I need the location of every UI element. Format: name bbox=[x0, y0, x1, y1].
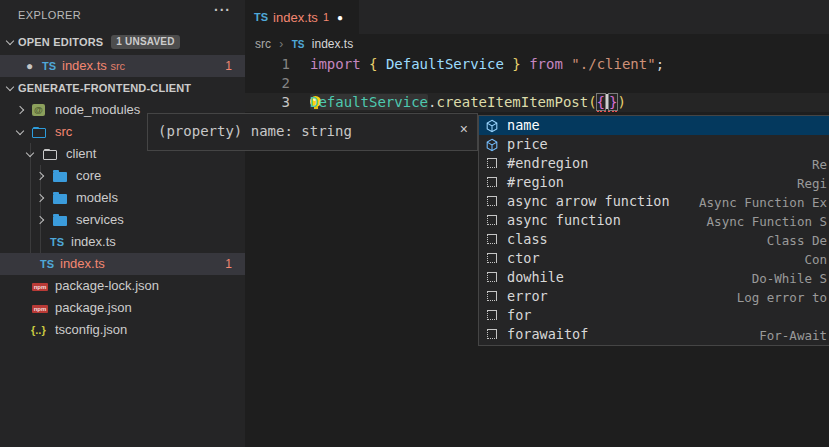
open-editor-item-index-ts[interactable]: ● TS index.ts src 1 bbox=[0, 55, 245, 77]
snippet-icon bbox=[487, 234, 497, 244]
suggestion-region[interactable]: #region Regi bbox=[479, 173, 829, 192]
suggestion-ctor[interactable]: ctor Con bbox=[479, 249, 829, 268]
code-line-3[interactable]: DefaultService.createItemItemPost({}) bbox=[310, 93, 626, 112]
token-close-brace: } bbox=[504, 56, 529, 72]
chevron-right-icon[interactable] bbox=[36, 216, 44, 224]
suggestion-forawaitof[interactable]: forawaitof For-Await bbox=[479, 325, 829, 344]
token-import: import bbox=[310, 56, 369, 72]
error-squiggle: {} bbox=[597, 94, 618, 112]
explorer-title: EXPLORER bbox=[18, 9, 81, 21]
token-default-service: DefaultService bbox=[386, 56, 504, 72]
open-editor-filename: index.ts src bbox=[62, 55, 125, 77]
open-editor-filepath: src bbox=[110, 60, 125, 72]
tree-item-client-index-ts[interactable]: TS index.ts bbox=[0, 231, 245, 253]
typescript-file-icon: TS bbox=[40, 253, 54, 275]
folder-icon bbox=[53, 172, 67, 182]
tree-item-package-lock-json[interactable]: npm package-lock.json bbox=[0, 275, 245, 297]
folder-icon bbox=[53, 216, 67, 226]
hover-tooltip: (property) name: string × bbox=[147, 113, 478, 151]
snippet-icon bbox=[487, 215, 497, 225]
token-default-service: DefaultService bbox=[310, 94, 428, 110]
json-braces-icon: {..} bbox=[31, 319, 46, 341]
chevron-down-icon[interactable] bbox=[26, 149, 34, 157]
line-number-2: 2 bbox=[245, 74, 290, 93]
suggestion-for[interactable]: for bbox=[479, 306, 829, 325]
node-modules-folder-icon: @ bbox=[32, 104, 45, 116]
chevron-right-icon[interactable] bbox=[36, 172, 44, 180]
open-editors-section[interactable]: OPEN EDITORS1 UNSAVED bbox=[0, 31, 245, 53]
code-line-1[interactable]: import { DefaultService } from "./client… bbox=[310, 55, 664, 74]
project-name-label: GENERATE-FRONTEND-CLIENT bbox=[18, 77, 191, 99]
typescript-file-icon: TS bbox=[42, 55, 56, 77]
token-module-string: "./client" bbox=[571, 56, 655, 72]
problem-count-badge: 1 bbox=[225, 253, 232, 275]
chevron-right-icon[interactable] bbox=[36, 194, 44, 202]
suggestion-class[interactable]: class Class De bbox=[479, 230, 829, 249]
npm-file-icon: npm bbox=[32, 305, 48, 313]
tree-item-package-json[interactable]: npm package.json bbox=[0, 297, 245, 319]
snippet-icon bbox=[487, 291, 497, 301]
tree-item-src-index-ts[interactable]: TS index.ts 1 bbox=[0, 253, 245, 275]
more-actions-icon[interactable]: ··· bbox=[214, 2, 231, 18]
suggestion-error[interactable]: error Log error to bbox=[479, 287, 829, 306]
token-method: createItemItemPost bbox=[436, 94, 588, 110]
line-number-1: 1 bbox=[245, 55, 290, 74]
snippet-icon bbox=[487, 177, 497, 187]
field-icon bbox=[485, 137, 499, 151]
project-section[interactable]: GENERATE-FRONTEND-CLIENT bbox=[0, 77, 245, 99]
open-editors-label: OPEN EDITORS1 UNSAVED bbox=[18, 31, 180, 53]
token-close-paren: ) bbox=[617, 94, 625, 110]
snippet-icon bbox=[487, 196, 497, 206]
vscode-window: EXPLORER ··· OPEN EDITORS1 UNSAVED ● TS … bbox=[0, 0, 829, 447]
typescript-file-icon: TS bbox=[50, 231, 64, 253]
suggestion-async-function[interactable]: async function Async Function S bbox=[479, 211, 829, 230]
chevron-down-icon[interactable] bbox=[6, 37, 14, 45]
text-cursor bbox=[606, 94, 608, 109]
tab-title: index.ts bbox=[273, 10, 318, 25]
modified-dot-icon[interactable]: ● bbox=[26, 55, 33, 77]
breadcrumb-separator-icon: › bbox=[279, 37, 283, 51]
close-icon[interactable]: × bbox=[460, 122, 468, 136]
typescript-file-icon: TS bbox=[254, 11, 268, 23]
token-open-brace: { bbox=[597, 94, 605, 110]
folder-icon bbox=[53, 194, 67, 204]
breadcrumb: src › TS index.ts bbox=[245, 34, 829, 55]
editor-tab-bar: TS index.ts 1 ● bbox=[245, 0, 829, 34]
chevron-down-icon[interactable] bbox=[16, 127, 24, 135]
tooltip-text: (property) name: string bbox=[158, 123, 352, 139]
typescript-file-icon: TS bbox=[292, 39, 305, 50]
npm-file-icon: npm bbox=[32, 283, 48, 291]
intellisense-suggest-widget: name price #endregion Re #region Regi as… bbox=[478, 115, 829, 346]
token-semicolon: ; bbox=[656, 56, 664, 72]
breadcrumb-file[interactable]: index.ts bbox=[312, 37, 353, 51]
open-folder-icon bbox=[43, 150, 57, 160]
snippet-icon bbox=[487, 310, 497, 320]
unsaved-dot-icon[interactable]: ● bbox=[337, 12, 343, 23]
tree-item-models[interactable]: models bbox=[0, 187, 245, 209]
suggestion-name[interactable]: name bbox=[479, 116, 829, 135]
tab-index-ts[interactable]: TS index.ts 1 ● bbox=[245, 0, 359, 34]
token-open-brace: { bbox=[369, 56, 386, 72]
snippet-icon bbox=[487, 158, 497, 168]
token-open-paren: ( bbox=[588, 94, 596, 110]
field-icon bbox=[485, 118, 499, 132]
unsaved-badge: 1 UNSAVED bbox=[111, 35, 179, 49]
problem-count-badge: 1 bbox=[225, 55, 232, 77]
open-folder-icon bbox=[32, 128, 46, 138]
tree-item-services[interactable]: services bbox=[0, 209, 245, 231]
tab-problem-badge: 1 bbox=[323, 11, 329, 23]
suggestion-async-arrow-function[interactable]: async arrow function Async Function Ex bbox=[479, 192, 829, 211]
explorer-header: EXPLORER ··· bbox=[0, 0, 245, 30]
breadcrumb-folder[interactable]: src bbox=[255, 37, 271, 51]
chevron-right-icon[interactable] bbox=[16, 106, 24, 114]
suggestion-endregion[interactable]: #endregion Re bbox=[479, 154, 829, 173]
line-number-3: 3 bbox=[245, 93, 290, 112]
tree-item-tsconfig-json[interactable]: {..} tsconfig.json bbox=[0, 319, 245, 341]
suggestion-dowhile[interactable]: dowhile Do-While S bbox=[479, 268, 829, 287]
suggestion-price[interactable]: price bbox=[479, 135, 829, 154]
snippet-icon bbox=[487, 329, 497, 339]
token-from: from bbox=[529, 56, 571, 72]
chevron-down-icon[interactable] bbox=[6, 83, 14, 91]
snippet-icon bbox=[487, 253, 497, 263]
tree-item-core[interactable]: core bbox=[0, 165, 245, 187]
